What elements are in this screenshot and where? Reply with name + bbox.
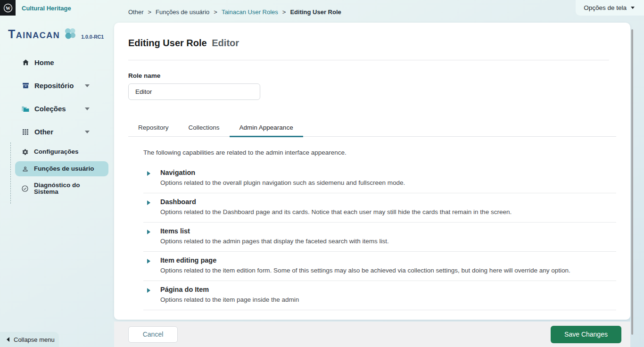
save-changes-button[interactable]: Save Changes <box>551 326 621 343</box>
sidebar-item-collections[interactable]: Coleções <box>0 97 108 120</box>
section-item-editing-page: Item editing page Options related to the… <box>143 252 616 281</box>
sidebar-item-label: Coleções <box>34 105 66 113</box>
page-title-role-name: Editor <box>212 38 239 48</box>
home-icon <box>21 58 30 67</box>
collapse-arrow-icon <box>7 337 9 342</box>
cancel-button[interactable]: Cancel <box>128 326 178 343</box>
form-footer: Cancel Save Changes <box>114 322 630 347</box>
breadcrumb-separator: > <box>148 8 152 16</box>
screen-options-button[interactable]: Opções de tela <box>576 0 644 16</box>
tainacan-logo-text: Tainacan <box>8 27 60 41</box>
chevron-down-icon <box>85 84 90 87</box>
breadcrumb: Other > Funções de usuário > Tainacan Us… <box>128 8 341 16</box>
sidebar-item-settings[interactable]: Configurações <box>15 144 108 159</box>
admin-appearance-tab-content: The following capabilities are related t… <box>128 137 616 310</box>
sidebar-item-label: Home <box>34 58 54 66</box>
user-icon <box>21 165 29 173</box>
sidebar-menu: Home Repositório Coleções <box>0 51 108 143</box>
collapse-menu-button[interactable]: Collapse menu <box>0 332 59 347</box>
collections-icon <box>21 105 30 113</box>
wordpress-menu-button[interactable]: W <box>0 0 16 16</box>
sidebar-item-label: Funções de usuário <box>34 165 94 172</box>
collapse-menu-label: Collapse menu <box>14 336 55 343</box>
expand-arrow-icon[interactable] <box>147 200 150 205</box>
sidebar-item-label: Other <box>34 128 53 136</box>
section-title: Página do Item <box>160 286 616 293</box>
breadcrumb-separator: > <box>282 8 286 16</box>
section-title: Dashboard <box>160 198 616 206</box>
section-dashboard: Dashboard Options related to the Dashboa… <box>143 193 616 223</box>
sidebar-item-system-check[interactable]: Diagnóstico do Sistema <box>15 178 108 199</box>
capability-sections: Navigation Options related to the overal… <box>143 164 616 310</box>
title-divider <box>128 60 609 60</box>
expand-arrow-icon[interactable] <box>147 259 150 264</box>
sidebar: W Cultural Heritage Tainacan 1.0.0-RC1 H… <box>0 0 114 347</box>
role-name-input[interactable] <box>128 83 260 100</box>
svg-text:W: W <box>5 5 10 10</box>
expand-arrow-icon[interactable] <box>147 171 150 176</box>
scrollbar[interactable] <box>631 29 633 335</box>
section-item-page: Página do Item Options related to the it… <box>143 281 616 310</box>
sidebar-item-home[interactable]: Home <box>0 51 108 74</box>
sidebar-item-label: Configurações <box>34 149 79 155</box>
sidebar-item-other[interactable]: Other <box>0 120 108 143</box>
sidebar-item-repository[interactable]: Repositório <box>0 74 108 97</box>
section-navigation: Navigation Options related to the overal… <box>143 164 616 193</box>
tainacan-admin-page: W Cultural Heritage Tainacan 1.0.0-RC1 H… <box>0 0 644 347</box>
expand-arrow-icon[interactable] <box>147 288 150 293</box>
expand-arrow-icon[interactable] <box>147 230 150 234</box>
chevron-down-icon <box>85 131 90 133</box>
chevron-down-icon <box>85 107 90 110</box>
gear-icon <box>21 148 29 156</box>
section-title: Item editing page <box>160 256 616 264</box>
breadcrumb-separator: > <box>214 8 217 16</box>
sidebar-item-label: Repositório <box>34 82 74 90</box>
grid-icon <box>21 128 30 136</box>
section-description: Options related to the Dashboard page an… <box>160 208 616 215</box>
section-description: Options related to the item page inside … <box>160 296 616 303</box>
page-title: Editing User Role Editor <box>128 38 616 49</box>
check-circle-icon <box>21 185 29 192</box>
breadcrumb-other[interactable]: Other <box>128 8 144 16</box>
tainacan-logo: Tainacan 1.0.0-RC1 <box>8 27 104 41</box>
sidebar-item-user-roles[interactable]: Funções de usuário <box>15 161 108 176</box>
caret-down-icon <box>631 7 635 9</box>
tab-admin-appearance[interactable]: Admin Appearance <box>230 120 303 136</box>
section-title: Navigation <box>160 169 616 176</box>
site-name-link[interactable]: Cultural Heritage <box>22 5 71 12</box>
breadcrumb-current-page: Editing User Role <box>290 8 341 16</box>
repository-icon <box>21 82 30 90</box>
breadcrumb-user-roles[interactable]: Funções de usuário <box>156 8 209 16</box>
page-title-prefix: Editing User Role <box>128 38 207 48</box>
section-description: Options related to the item edition form… <box>160 267 616 274</box>
screen-options-label: Opções de tela <box>584 4 627 11</box>
sidebar-item-label: Diagnóstico do Sistema <box>34 182 95 195</box>
section-title: Items list <box>160 227 616 235</box>
version-badge: 1.0.0-RC1 <box>81 34 104 40</box>
tab-repository[interactable]: Repository <box>128 120 179 136</box>
section-items-list: Items list Options related to the admin … <box>143 223 616 252</box>
capability-tabs: Repository Collections Admin Appearance <box>128 120 616 137</box>
wordpress-logo-icon: W <box>3 3 13 13</box>
other-submenu: Configurações Funções de usuário Diagnós… <box>0 142 108 201</box>
section-description: Options related to the overall plugin na… <box>160 179 616 186</box>
breadcrumb-tainacan-user-roles[interactable]: Tainacan User Roles <box>222 8 278 16</box>
tainacan-flower-icon <box>63 27 78 41</box>
edit-role-panel: Editing User Role Editor Role name Repos… <box>114 23 630 320</box>
section-description: Options related to the admin pages that … <box>160 238 616 245</box>
role-name-label: Role name <box>128 72 616 79</box>
tab-collections[interactable]: Collections <box>179 120 230 136</box>
capabilities-description: The following capabilities are related t… <box>143 149 616 156</box>
